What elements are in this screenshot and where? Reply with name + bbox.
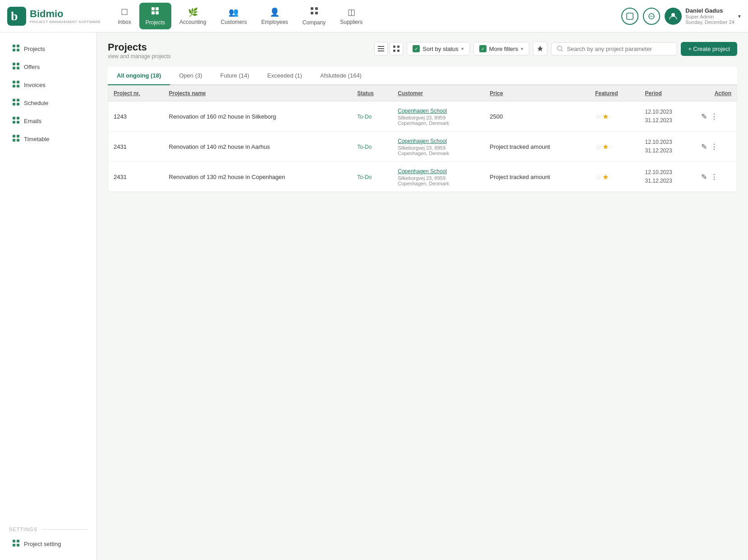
- sidebar-item-project-setting[interactable]: Project setting: [4, 535, 93, 552]
- more-options-icon[interactable]: ⋮: [711, 142, 718, 151]
- svg-rect-16: [13, 45, 15, 47]
- svg-rect-21: [17, 63, 19, 65]
- create-project-button[interactable]: + Create project: [681, 42, 737, 56]
- tab-future[interactable]: Future (14): [211, 67, 258, 85]
- svg-rect-31: [17, 103, 19, 106]
- col-header-price[interactable]: Price: [484, 86, 590, 101]
- customer-name-link[interactable]: Copenhagen School: [398, 137, 479, 145]
- col-header-period[interactable]: Period: [640, 86, 696, 101]
- search-input[interactable]: [567, 46, 671, 52]
- logo: b Bidmio Project Management Software: [7, 7, 101, 26]
- sidebar-item-offers[interactable]: Offers: [4, 58, 93, 75]
- col-header-project-nr[interactable]: Project nr.: [108, 86, 164, 101]
- svg-rect-8: [311, 12, 313, 14]
- customers-icon: 👥: [229, 7, 239, 17]
- sidebar-item-projects[interactable]: Projects: [4, 40, 93, 57]
- col-header-project-name[interactable]: Projects name: [164, 86, 352, 101]
- edit-icon[interactable]: ✎: [701, 142, 707, 151]
- tab-afsluttede[interactable]: Afsluttede (164): [311, 67, 371, 85]
- tab-all-ongoing[interactable]: All ongoing (18): [108, 67, 170, 85]
- chevron-down-icon: ▾: [738, 13, 741, 19]
- cell-action: ✎ ⋮: [696, 132, 737, 162]
- nav-item-company[interactable]: Company: [296, 3, 332, 29]
- card-view-button[interactable]: [390, 42, 403, 55]
- sidebar-item-invoices[interactable]: Invoices: [4, 76, 93, 93]
- col-header-status[interactable]: Status: [352, 86, 392, 101]
- cell-project-name: Renovation of 140 m2 house in Aarhus: [164, 132, 352, 162]
- chat-button[interactable]: [643, 8, 660, 25]
- filter-chevron-icon: ▾: [521, 46, 523, 52]
- sidebar-label-invoices: Invoices: [24, 82, 46, 88]
- col-header-featured[interactable]: Featured: [590, 86, 640, 101]
- nav-item-suppliers[interactable]: ◫ Suppliers: [334, 4, 369, 29]
- col-header-customer[interactable]: Customer: [392, 86, 484, 101]
- table-body: 1243 Renovation of 160 m2 house in Silke…: [108, 101, 737, 192]
- nav-item-customers[interactable]: 👥 Customers: [214, 4, 253, 29]
- edit-icon[interactable]: ✎: [701, 173, 707, 181]
- cell-featured: ☆ ★: [590, 162, 640, 192]
- svg-rect-48: [397, 46, 399, 48]
- star-filled-icon[interactable]: ★: [602, 142, 609, 151]
- sidebar-label-schedule: Schedule: [24, 100, 48, 106]
- sidebar-item-schedule[interactable]: Schedule: [4, 94, 93, 111]
- svg-rect-32: [13, 117, 15, 119]
- table-row: 2431 Renovation of 140 m2 house in Aarhu…: [108, 132, 737, 162]
- nav-label-suppliers: Suppliers: [340, 19, 363, 25]
- cell-action: ✎ ⋮: [696, 101, 737, 132]
- svg-text:b: b: [11, 9, 18, 23]
- more-options-icon[interactable]: ⋮: [711, 173, 718, 181]
- customer-name-link[interactable]: Copenhagen School: [398, 167, 479, 175]
- svg-rect-17: [17, 45, 19, 47]
- svg-rect-50: [397, 50, 399, 52]
- cell-period: 12.10.2023 31.12.2023: [640, 101, 696, 132]
- svg-rect-45: [378, 48, 384, 49]
- create-project-label: + Create project: [688, 46, 730, 52]
- star-empty-icon[interactable]: ☆: [595, 112, 601, 121]
- svg-rect-44: [378, 46, 384, 47]
- customer-name-link[interactable]: Copenhagen School: [398, 107, 479, 115]
- more-filters-button[interactable]: ✓ More filters ▾: [473, 42, 529, 55]
- svg-rect-33: [17, 117, 19, 119]
- employees-icon: 👤: [270, 7, 280, 17]
- list-view-button[interactable]: [374, 42, 388, 55]
- table-header-row: Project nr. Projects name Status Custome…: [108, 86, 737, 101]
- tab-label-all-ongoing: All ongoing (18): [117, 72, 161, 79]
- tab-label-afsluttede: Afsluttede (164): [320, 72, 362, 79]
- search-icon: [557, 46, 563, 52]
- col-header-action[interactable]: Action: [696, 86, 737, 101]
- nav-item-accounting[interactable]: 🌿 Accounting: [173, 4, 212, 29]
- star-filled-icon[interactable]: ★: [602, 112, 609, 121]
- sort-by-status-button[interactable]: ✓ Sort by status ▾: [407, 42, 469, 55]
- sidebar-item-emails[interactable]: Emails: [4, 112, 93, 129]
- nav-item-projects[interactable]: Projects: [139, 3, 171, 29]
- nav-item-employees[interactable]: 👤 Employees: [255, 4, 294, 29]
- notification-button[interactable]: [621, 8, 638, 25]
- tab-exceeded[interactable]: Exceeded (1): [258, 67, 311, 85]
- svg-rect-9: [315, 12, 318, 14]
- star-empty-icon[interactable]: ☆: [595, 142, 601, 151]
- star-filled-icon[interactable]: ★: [602, 173, 609, 181]
- cell-status: To-Do: [352, 162, 392, 192]
- star-empty-icon[interactable]: ☆: [595, 173, 601, 181]
- projects-icon: [151, 6, 160, 18]
- emails-sidebar-icon: [13, 117, 19, 125]
- svg-rect-22: [13, 67, 15, 69]
- filter-check-icon: ✓: [479, 45, 486, 52]
- sidebar-item-timetable[interactable]: Timetable: [4, 130, 93, 147]
- svg-rect-46: [378, 50, 384, 51]
- sort-chevron-icon: ▾: [461, 46, 464, 52]
- more-filters-label: More filters: [489, 46, 518, 52]
- accounting-icon: 🌿: [188, 7, 198, 17]
- edit-icon[interactable]: ✎: [701, 112, 707, 121]
- pin-button[interactable]: [533, 41, 547, 56]
- svg-rect-37: [17, 135, 19, 138]
- cell-status: To-Do: [352, 132, 392, 162]
- sidebar-label-project-setting: Project setting: [24, 541, 61, 547]
- company-icon: [310, 6, 319, 18]
- more-options-icon[interactable]: ⋮: [711, 112, 718, 121]
- svg-rect-19: [17, 49, 19, 51]
- period-end: 31.12.2023: [645, 116, 691, 125]
- tab-open[interactable]: Open (3): [170, 67, 211, 85]
- nav-item-inbox[interactable]: ☐ Inbox: [111, 4, 137, 29]
- user-menu[interactable]: Daniel Gadus Super Admin Sunday, Decembe…: [665, 7, 741, 25]
